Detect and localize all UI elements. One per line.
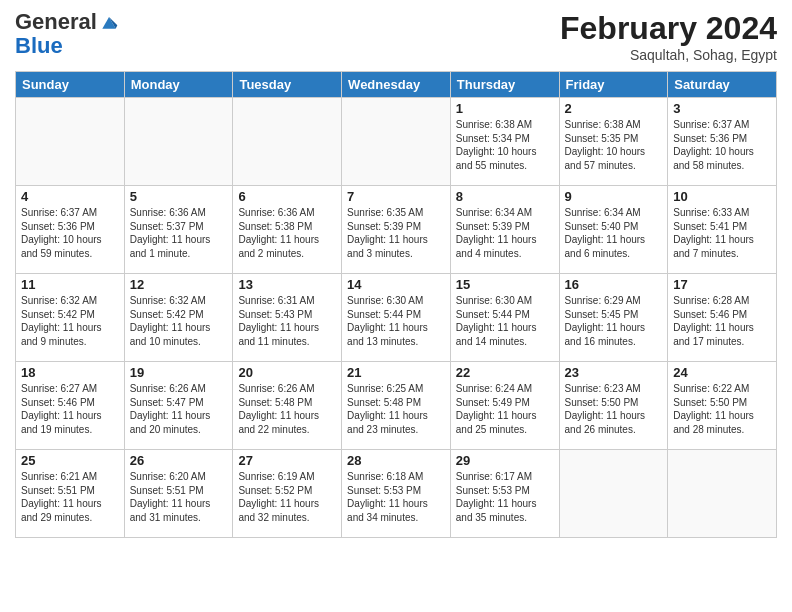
day-number: 28 [347,453,445,468]
logo-general-text: General [15,10,97,34]
table-row: 5Sunrise: 6:36 AM Sunset: 5:37 PM Daylig… [124,186,233,274]
table-row: 4Sunrise: 6:37 AM Sunset: 5:36 PM Daylig… [16,186,125,274]
day-number: 24 [673,365,771,380]
table-row: 6Sunrise: 6:36 AM Sunset: 5:38 PM Daylig… [233,186,342,274]
table-row [342,98,451,186]
calendar-header-row: Sunday Monday Tuesday Wednesday Thursday… [16,72,777,98]
table-row [559,450,668,538]
day-info: Sunrise: 6:36 AM Sunset: 5:38 PM Dayligh… [238,206,336,260]
day-info: Sunrise: 6:38 AM Sunset: 5:34 PM Dayligh… [456,118,554,172]
day-info: Sunrise: 6:28 AM Sunset: 5:46 PM Dayligh… [673,294,771,348]
day-number: 17 [673,277,771,292]
col-wednesday: Wednesday [342,72,451,98]
table-row: 26Sunrise: 6:20 AM Sunset: 5:51 PM Dayli… [124,450,233,538]
table-row: 12Sunrise: 6:32 AM Sunset: 5:42 PM Dayli… [124,274,233,362]
table-row [233,98,342,186]
calendar-table: Sunday Monday Tuesday Wednesday Thursday… [15,71,777,538]
day-info: Sunrise: 6:31 AM Sunset: 5:43 PM Dayligh… [238,294,336,348]
table-row: 28Sunrise: 6:18 AM Sunset: 5:53 PM Dayli… [342,450,451,538]
col-sunday: Sunday [16,72,125,98]
day-info: Sunrise: 6:19 AM Sunset: 5:52 PM Dayligh… [238,470,336,524]
table-row: 1Sunrise: 6:38 AM Sunset: 5:34 PM Daylig… [450,98,559,186]
day-info: Sunrise: 6:27 AM Sunset: 5:46 PM Dayligh… [21,382,119,436]
day-info: Sunrise: 6:30 AM Sunset: 5:44 PM Dayligh… [456,294,554,348]
table-row: 10Sunrise: 6:33 AM Sunset: 5:41 PM Dayli… [668,186,777,274]
day-number: 21 [347,365,445,380]
day-info: Sunrise: 6:32 AM Sunset: 5:42 PM Dayligh… [21,294,119,348]
table-row: 17Sunrise: 6:28 AM Sunset: 5:46 PM Dayli… [668,274,777,362]
table-row: 9Sunrise: 6:34 AM Sunset: 5:40 PM Daylig… [559,186,668,274]
day-info: Sunrise: 6:17 AM Sunset: 5:53 PM Dayligh… [456,470,554,524]
table-row: 24Sunrise: 6:22 AM Sunset: 5:50 PM Dayli… [668,362,777,450]
day-number: 22 [456,365,554,380]
day-info: Sunrise: 6:21 AM Sunset: 5:51 PM Dayligh… [21,470,119,524]
day-number: 6 [238,189,336,204]
calendar-body: 1Sunrise: 6:38 AM Sunset: 5:34 PM Daylig… [16,98,777,538]
day-info: Sunrise: 6:32 AM Sunset: 5:42 PM Dayligh… [130,294,228,348]
table-row: 23Sunrise: 6:23 AM Sunset: 5:50 PM Dayli… [559,362,668,450]
day-info: Sunrise: 6:25 AM Sunset: 5:48 PM Dayligh… [347,382,445,436]
day-number: 20 [238,365,336,380]
table-row: 11Sunrise: 6:32 AM Sunset: 5:42 PM Dayli… [16,274,125,362]
table-row: 7Sunrise: 6:35 AM Sunset: 5:39 PM Daylig… [342,186,451,274]
table-row: 21Sunrise: 6:25 AM Sunset: 5:48 PM Dayli… [342,362,451,450]
day-number: 15 [456,277,554,292]
calendar-week-row: 11Sunrise: 6:32 AM Sunset: 5:42 PM Dayli… [16,274,777,362]
day-number: 10 [673,189,771,204]
day-number: 29 [456,453,554,468]
table-row: 14Sunrise: 6:30 AM Sunset: 5:44 PM Dayli… [342,274,451,362]
logo-icon [99,12,119,32]
calendar-week-row: 18Sunrise: 6:27 AM Sunset: 5:46 PM Dayli… [16,362,777,450]
day-info: Sunrise: 6:23 AM Sunset: 5:50 PM Dayligh… [565,382,663,436]
day-info: Sunrise: 6:37 AM Sunset: 5:36 PM Dayligh… [673,118,771,172]
day-info: Sunrise: 6:30 AM Sunset: 5:44 PM Dayligh… [347,294,445,348]
table-row: 25Sunrise: 6:21 AM Sunset: 5:51 PM Dayli… [16,450,125,538]
table-row: 27Sunrise: 6:19 AM Sunset: 5:52 PM Dayli… [233,450,342,538]
day-info: Sunrise: 6:36 AM Sunset: 5:37 PM Dayligh… [130,206,228,260]
table-row: 19Sunrise: 6:26 AM Sunset: 5:47 PM Dayli… [124,362,233,450]
day-number: 1 [456,101,554,116]
logo-blue-text: Blue [15,34,119,58]
title-block: February 2024 Saqultah, Sohag, Egypt [560,10,777,63]
day-number: 9 [565,189,663,204]
calendar-week-row: 25Sunrise: 6:21 AM Sunset: 5:51 PM Dayli… [16,450,777,538]
col-thursday: Thursday [450,72,559,98]
day-number: 5 [130,189,228,204]
col-monday: Monday [124,72,233,98]
day-number: 25 [21,453,119,468]
col-friday: Friday [559,72,668,98]
day-number: 8 [456,189,554,204]
day-info: Sunrise: 6:26 AM Sunset: 5:47 PM Dayligh… [130,382,228,436]
table-row: 15Sunrise: 6:30 AM Sunset: 5:44 PM Dayli… [450,274,559,362]
day-info: Sunrise: 6:22 AM Sunset: 5:50 PM Dayligh… [673,382,771,436]
col-tuesday: Tuesday [233,72,342,98]
day-number: 4 [21,189,119,204]
day-info: Sunrise: 6:29 AM Sunset: 5:45 PM Dayligh… [565,294,663,348]
table-row [124,98,233,186]
day-number: 11 [21,277,119,292]
table-row: 16Sunrise: 6:29 AM Sunset: 5:45 PM Dayli… [559,274,668,362]
calendar-week-row: 4Sunrise: 6:37 AM Sunset: 5:36 PM Daylig… [16,186,777,274]
day-info: Sunrise: 6:26 AM Sunset: 5:48 PM Dayligh… [238,382,336,436]
table-row [668,450,777,538]
day-info: Sunrise: 6:35 AM Sunset: 5:39 PM Dayligh… [347,206,445,260]
page: General Blue February 2024 Saqultah, Soh… [0,0,792,612]
calendar-title: February 2024 [560,10,777,47]
calendar-week-row: 1Sunrise: 6:38 AM Sunset: 5:34 PM Daylig… [16,98,777,186]
day-number: 14 [347,277,445,292]
day-number: 12 [130,277,228,292]
calendar-subtitle: Saqultah, Sohag, Egypt [560,47,777,63]
table-row [16,98,125,186]
day-info: Sunrise: 6:37 AM Sunset: 5:36 PM Dayligh… [21,206,119,260]
table-row: 8Sunrise: 6:34 AM Sunset: 5:39 PM Daylig… [450,186,559,274]
col-saturday: Saturday [668,72,777,98]
day-number: 7 [347,189,445,204]
table-row: 13Sunrise: 6:31 AM Sunset: 5:43 PM Dayli… [233,274,342,362]
day-info: Sunrise: 6:20 AM Sunset: 5:51 PM Dayligh… [130,470,228,524]
day-number: 13 [238,277,336,292]
day-number: 2 [565,101,663,116]
table-row: 22Sunrise: 6:24 AM Sunset: 5:49 PM Dayli… [450,362,559,450]
day-info: Sunrise: 6:38 AM Sunset: 5:35 PM Dayligh… [565,118,663,172]
day-info: Sunrise: 6:34 AM Sunset: 5:40 PM Dayligh… [565,206,663,260]
table-row: 29Sunrise: 6:17 AM Sunset: 5:53 PM Dayli… [450,450,559,538]
